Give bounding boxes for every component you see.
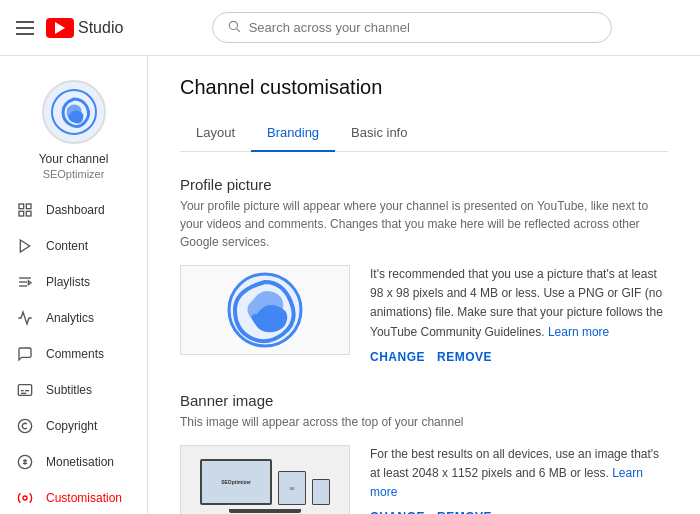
banner-section-row: SEOptimizer SE <box>180 445 668 514</box>
sidebar-item-analytics[interactable]: Analytics <box>0 300 147 336</box>
sidebar: Your channel SEOptimizer Dashboard Conte… <box>0 56 148 514</box>
svg-rect-6 <box>26 211 31 216</box>
sidebar-item-comments-label: Comments <box>46 347 104 361</box>
profile-change-button[interactable]: CHANGE <box>370 350 425 364</box>
profile-section-row: It's recommended that you use a picture … <box>180 265 668 364</box>
header-left: Studio <box>16 18 123 38</box>
banner-remove-button[interactable]: REMOVE <box>437 510 492 514</box>
youtube-icon <box>46 18 74 38</box>
youtube-logo: Studio <box>46 18 123 38</box>
profile-info: It's recommended that you use a picture … <box>370 265 668 364</box>
profile-preview <box>180 265 350 355</box>
search-icon <box>227 19 241 36</box>
profile-remove-button[interactable]: REMOVE <box>437 350 492 364</box>
svg-point-0 <box>229 21 237 29</box>
studio-label: Studio <box>78 19 123 37</box>
avatar <box>42 80 106 144</box>
svg-line-1 <box>236 29 239 32</box>
profile-picture-section: Profile picture Your profile picture wil… <box>180 176 668 364</box>
monetisation-icon <box>16 454 34 470</box>
tab-basic-info[interactable]: Basic info <box>335 115 423 152</box>
channel-info: Your channel SEOptimizer <box>0 64 147 192</box>
svg-point-21 <box>23 496 27 500</box>
tabs: Layout Branding Basic info <box>180 115 668 152</box>
banner-change-button[interactable]: CHANGE <box>370 510 425 514</box>
banner-info: For the best results on all devices, use… <box>370 445 668 514</box>
banner-section-title: Banner image <box>180 392 668 409</box>
sidebar-item-dashboard-label: Dashboard <box>46 203 105 217</box>
profile-info-text: It's recommended that you use a picture … <box>370 267 663 339</box>
svg-marker-7 <box>20 240 29 252</box>
subtitles-icon <box>16 382 34 398</box>
banner-preview: SEOptimizer SE <box>180 445 350 514</box>
sidebar-item-copyright-label: Copyright <box>46 419 97 433</box>
analytics-icon <box>16 310 34 326</box>
channel-handle-label: SEOptimizer <box>43 168 105 180</box>
sidebar-item-customisation[interactable]: Customisation <box>0 480 147 514</box>
customisation-icon <box>16 490 34 506</box>
svg-rect-4 <box>26 204 31 209</box>
comments-icon <box>16 346 34 362</box>
header: Studio <box>0 0 700 56</box>
content-icon <box>16 238 34 254</box>
sidebar-item-dashboard[interactable]: Dashboard <box>0 192 147 228</box>
sidebar-item-customisation-label: Customisation <box>46 491 122 505</box>
sidebar-item-subtitles[interactable]: Subtitles <box>0 372 147 408</box>
sidebar-item-monetisation-label: Monetisation <box>46 455 114 469</box>
tab-layout[interactable]: Layout <box>180 115 251 152</box>
profile-learn-more-link[interactable]: Learn more <box>548 325 609 339</box>
copyright-icon <box>16 418 34 434</box>
playlists-icon <box>16 274 34 290</box>
sidebar-item-content-label: Content <box>46 239 88 253</box>
sidebar-item-copyright[interactable]: Copyright <box>0 408 147 444</box>
sidebar-item-monetisation[interactable]: Monetisation <box>0 444 147 480</box>
profile-section-title: Profile picture <box>180 176 668 193</box>
dashboard-icon <box>16 202 34 218</box>
sidebar-item-playlists-label: Playlists <box>46 275 90 289</box>
search-bar[interactable] <box>212 12 612 43</box>
layout: Your channel SEOptimizer Dashboard Conte… <box>0 56 700 514</box>
sidebar-item-playlists[interactable]: Playlists <box>0 264 147 300</box>
svg-rect-5 <box>19 211 24 216</box>
tab-branding[interactable]: Branding <box>251 115 335 152</box>
banner-image-section: Banner image This image will appear acro… <box>180 392 668 514</box>
sidebar-item-analytics-label: Analytics <box>46 311 94 325</box>
banner-section-desc: This image will appear across the top of… <box>180 413 668 431</box>
profile-section-desc: Your profile picture will appear where y… <box>180 197 668 251</box>
channel-name-label: Your channel <box>39 152 109 166</box>
svg-rect-3 <box>19 204 24 209</box>
sidebar-item-comments[interactable]: Comments <box>0 336 147 372</box>
banner-action-buttons: CHANGE REMOVE <box>370 510 668 514</box>
sidebar-item-subtitles-label: Subtitles <box>46 383 92 397</box>
hamburger-menu[interactable] <box>16 21 34 35</box>
svg-point-16 <box>18 419 31 432</box>
sidebar-item-content[interactable]: Content <box>0 228 147 264</box>
page-title: Channel customisation <box>180 76 668 99</box>
profile-action-buttons: CHANGE REMOVE <box>370 350 668 364</box>
main-content: Channel customisation Layout Branding Ba… <box>148 56 700 514</box>
svg-marker-11 <box>28 281 31 285</box>
search-input[interactable] <box>249 20 597 35</box>
